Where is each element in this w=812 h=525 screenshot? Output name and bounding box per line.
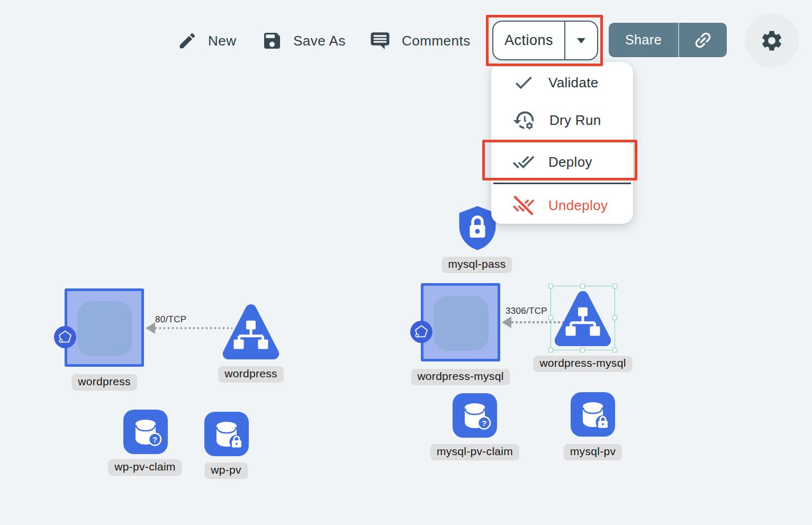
svg-text:?: ? (482, 419, 486, 428)
node-service-wordpress-mysql[interactable] (553, 289, 612, 350)
edge-label-80-tcp: 80/TCP (155, 314, 186, 325)
share-button[interactable]: Share (609, 23, 727, 57)
edge-arrowhead (502, 316, 511, 328)
selection-handle[interactable] (548, 315, 553, 320)
menu-item-undeploy[interactable]: Undeploy (512, 194, 608, 216)
menu-item-validate[interactable]: Validate (512, 71, 598, 94)
node-label-wp-pv: wp-pv (204, 463, 248, 479)
selection-handle[interactable] (548, 284, 553, 288)
menu-item-dry-run[interactable]: Dry Run (512, 108, 601, 132)
gear-icon (760, 29, 784, 53)
settings-button[interactable] (745, 14, 799, 68)
share-button-label[interactable]: Share (609, 23, 678, 57)
pvc-icon: ? (453, 393, 497, 438)
node-label-wordpress-mysql-service: wordpress-mysql (533, 356, 632, 372)
pvc-icon: ? (123, 410, 168, 454)
selection-handle[interactable] (612, 348, 617, 352)
svg-text:?: ? (152, 435, 157, 444)
node-label-wordpress-mysql-deployment: wordpress-mysql (411, 369, 510, 385)
node-pvc-wp-pv-claim[interactable]: ? (123, 410, 168, 454)
edge-label-3306-tcp: 3306/TCP (506, 306, 547, 316)
menu-divider (493, 183, 631, 184)
new-button-label: New (208, 33, 237, 49)
save-as-button[interactable]: Save As (261, 29, 346, 52)
node-pv-mysql-pv[interactable] (571, 392, 615, 437)
node-deployment-wordpress[interactable] (65, 288, 144, 367)
selection-handle[interactable] (612, 284, 617, 288)
comments-button-label: Comments (402, 33, 471, 49)
deployment-body (434, 296, 489, 351)
node-deployment-wordpress-mysql[interactable] (421, 283, 500, 361)
node-label-mysql-pv-claim: mysql-pv-claim (430, 444, 519, 460)
node-label-wordpress-service: wordpress (218, 366, 284, 383)
pod-icon (410, 321, 432, 343)
link-icon (692, 30, 714, 51)
selection-handle[interactable] (612, 315, 617, 320)
deployment-body (77, 301, 132, 356)
comments-icon (369, 30, 391, 52)
dry-run-icon (512, 108, 536, 132)
selection-handle[interactable] (580, 284, 585, 288)
annotation-box-deploy (482, 140, 637, 180)
menu-item-validate-label: Validate (548, 75, 598, 91)
pencil-icon (177, 31, 197, 51)
pv-icon (204, 412, 249, 456)
designer-canvas: New Save As Comments Actions Share (0, 0, 812, 525)
share-link-button[interactable] (679, 23, 727, 57)
service-icon (221, 302, 281, 362)
new-button[interactable]: New (177, 29, 237, 52)
node-service-wordpress[interactable] (221, 302, 281, 364)
annotation-box-actions (486, 15, 603, 66)
check-icon (512, 71, 535, 94)
node-label-mysql-pass: mysql-pass (441, 257, 512, 273)
pod-icon (54, 326, 76, 348)
edge-arrowhead (146, 322, 155, 334)
pv-icon (571, 392, 615, 437)
service-icon (553, 289, 612, 348)
remove-done-icon (512, 194, 535, 216)
selection-handle[interactable] (548, 348, 553, 352)
menu-item-undeploy-label: Undeploy (548, 197, 608, 214)
comments-button[interactable]: Comments (369, 29, 471, 52)
node-pv-wp-pv[interactable] (204, 412, 249, 456)
node-label-wp-pv-claim: wp-pv-claim (108, 459, 182, 476)
node-pvc-mysql-pv-claim[interactable]: ? (453, 393, 497, 438)
save-icon (261, 30, 283, 51)
node-label-mysql-pv: mysql-pv (564, 444, 622, 460)
node-label-wordpress-deployment: wordpress (71, 374, 137, 391)
save-as-button-label: Save As (293, 33, 346, 49)
menu-item-dry-run-label: Dry Run (549, 112, 601, 129)
